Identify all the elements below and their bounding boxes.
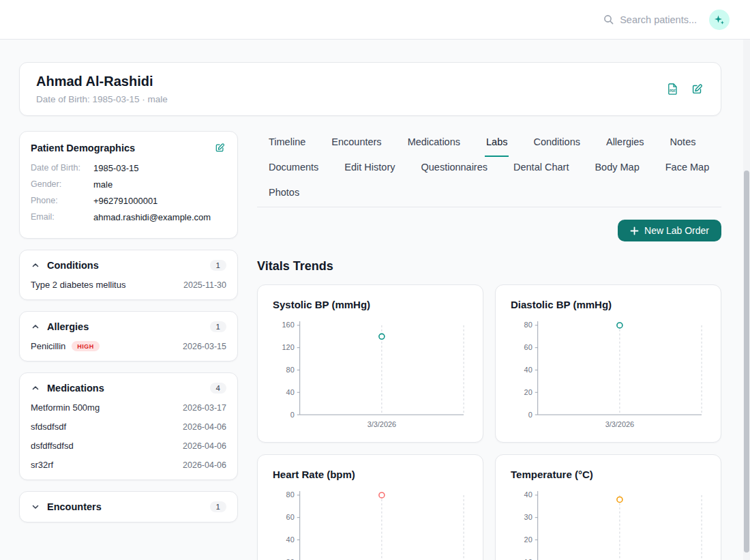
medication-date: 2026-04-06	[183, 460, 226, 470]
chart-card-heart-rate: Heart Rate (bpm) 0204060803/3/2026	[257, 454, 483, 560]
edit-icon	[215, 143, 225, 153]
top-bar: Search patients...	[0, 0, 750, 40]
export-pdf-button[interactable]: PDF	[665, 81, 680, 97]
svg-text:60: 60	[286, 513, 295, 521]
medication-item: Metformin 500mg 2026-03-17	[31, 394, 226, 413]
tab[interactable]: Dental Chart	[512, 156, 570, 181]
field-label: Email:	[31, 212, 93, 222]
svg-text:80: 80	[286, 366, 295, 374]
chart-title: Temperature (°C)	[511, 469, 710, 480]
severity-badge: HIGH	[72, 341, 100, 351]
svg-text:20: 20	[286, 558, 295, 560]
allergies-count-badge: 1	[210, 321, 226, 332]
medications-card-header[interactable]: Medications 4	[31, 383, 226, 394]
edit-demographics-button[interactable]	[213, 141, 226, 154]
tab[interactable]: Documents	[267, 156, 320, 181]
main-panel: Timeline Encounters Medications Labs Con…	[257, 131, 721, 560]
svg-text:60: 60	[524, 343, 532, 351]
medication-item: dsfdffsdfsd 2026-04-06	[31, 432, 226, 451]
svg-text:160: 160	[282, 321, 295, 329]
tab[interactable]: Body Map	[593, 156, 640, 181]
conditions-card-header[interactable]: Conditions 1	[31, 260, 226, 271]
svg-text:0: 0	[528, 411, 532, 419]
chart-plot: 0204060803/3/2026	[269, 487, 472, 560]
field-value: male	[93, 179, 112, 190]
condition-date: 2025-11-30	[183, 280, 226, 290]
conditions-title: Conditions	[47, 260, 99, 271]
edit-patient-button[interactable]	[690, 81, 704, 97]
search-input[interactable]: Search patients...	[603, 14, 697, 25]
chart-title: Systolic BP (mmHg)	[273, 299, 472, 310]
demographics-card: Patient Demographics Date of Birth: 1985…	[19, 131, 238, 239]
tab[interactable]: Notes	[669, 131, 698, 156]
medication-name: sr32rf	[31, 460, 53, 470]
tab[interactable]: Questionnaires	[419, 156, 489, 181]
conditions-card: Conditions 1 Type 2 diabetes mellitus 20…	[19, 250, 238, 300]
svg-text:80: 80	[286, 490, 295, 499]
vitals-trends-title: Vitals Trends	[257, 259, 721, 274]
medication-date: 2026-03-17	[183, 403, 226, 413]
demographics-title: Patient Demographics	[31, 143, 135, 153]
patient-actions: PDF	[665, 81, 704, 97]
tab[interactable]: Conditions	[532, 131, 582, 156]
new-lab-order-button[interactable]: New Lab Order	[618, 220, 721, 241]
chart-plot: 0102030403/3/2026	[507, 487, 710, 560]
svg-text:40: 40	[286, 388, 295, 396]
field-value: +962791000001	[93, 196, 158, 206]
encounters-count-badge: 1	[210, 501, 226, 512]
svg-text:20: 20	[524, 535, 532, 544]
patient-identity: Ahmad Al-Rashidi Date of Birth: 1985-03-…	[36, 74, 168, 104]
field-label: Date of Birth:	[31, 163, 93, 173]
demographics-field-row: Date of Birth: 1985-03-15	[31, 163, 226, 173]
tab[interactable]: Edit History	[343, 156, 396, 181]
chevron-up-icon	[31, 322, 40, 331]
chevron-up-icon	[31, 383, 40, 393]
ai-assistant-button[interactable]	[709, 10, 730, 30]
encounters-title: Encounters	[47, 501, 102, 512]
medications-title: Medications	[47, 383, 104, 394]
tab[interactable]: Labs	[485, 131, 509, 156]
content-layout: Patient Demographics Date of Birth: 1985…	[19, 131, 721, 560]
field-value: ahmad.rashidi@example.com	[93, 212, 211, 222]
tab[interactable]: Photos	[267, 181, 301, 207]
svg-text:40: 40	[524, 366, 532, 374]
tab[interactable]: Timeline	[267, 131, 307, 156]
encounters-card-header[interactable]: Encounters 1	[31, 501, 226, 512]
lab-actions-row: New Lab Order	[257, 220, 721, 241]
scrollbar[interactable]	[743, 40, 750, 560]
condition-name: Type 2 diabetes mellitus	[31, 280, 125, 290]
svg-text:3/3/2026: 3/3/2026	[605, 420, 634, 428]
allergies-card-header[interactable]: Allergies 1	[31, 321, 226, 332]
field-label: Gender:	[31, 179, 93, 190]
allergies-title: Allergies	[47, 321, 89, 332]
svg-text:40: 40	[524, 490, 532, 499]
medication-item: sfdsdfsdf 2026-04-06	[31, 413, 226, 432]
patient-name: Ahmad Al-Rashidi	[36, 74, 168, 89]
plus-icon	[630, 226, 639, 235]
chart-title: Diastolic BP (mmHg)	[511, 299, 710, 310]
medication-name: dsfdffsdfsd	[31, 441, 74, 451]
tab[interactable]: Face Map	[664, 156, 710, 181]
allergies-card: Allergies 1 Penicillin HIGH 2026-03-15	[19, 311, 238, 362]
demographics-fields: Date of Birth: 1985-03-15 Gender: male P…	[31, 163, 226, 222]
sparkles-icon	[714, 14, 725, 25]
scrollbar-thumb[interactable]	[744, 171, 749, 552]
medications-count-badge: 4	[210, 383, 226, 394]
medication-name: sfdsdfsdf	[31, 422, 66, 432]
patient-subtitle: Date of Birth: 1985-03-15 · male	[36, 94, 168, 104]
tab[interactable]: Medications	[406, 131, 462, 156]
allergies-list: Penicillin HIGH 2026-03-15	[31, 332, 226, 351]
chart-plot: 040801201603/3/2026	[269, 317, 472, 435]
sidebar: Patient Demographics Date of Birth: 1985…	[19, 131, 238, 533]
medications-list: Metformin 500mg 2026-03-17 sfdsdfsdf 202	[31, 394, 226, 470]
condition-item: Type 2 diabetes mellitus 2025-11-30	[31, 271, 226, 290]
tab[interactable]: Allergies	[605, 131, 646, 156]
tab[interactable]: Encounters	[330, 131, 382, 156]
medications-card: Medications 4 Metformin 500mg 2026-03-17	[19, 372, 238, 480]
chevron-down-icon	[31, 502, 40, 512]
allergy-name: Penicillin	[31, 341, 65, 351]
page-content: Ahmad Al-Rashidi Date of Birth: 1985-03-…	[0, 40, 750, 560]
svg-text:3/3/2026: 3/3/2026	[368, 420, 396, 428]
allergy-date: 2026-03-15	[183, 342, 226, 351]
conditions-list: Type 2 diabetes mellitus 2025-11-30	[31, 271, 226, 290]
